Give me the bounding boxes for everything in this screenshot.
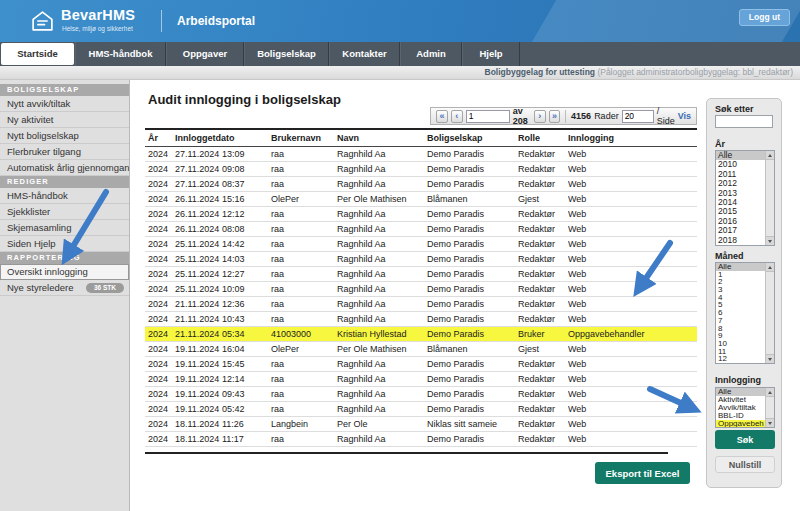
month-option[interactable]: 11: [716, 348, 766, 356]
column-header[interactable]: Innlogging: [568, 130, 697, 146]
table-row: 2024 21.11.2024 05:34 41003000 Kristian …: [145, 327, 697, 342]
sidebar-section-boligselskap: BOLIGSELSKAP: [0, 84, 129, 96]
sidebar-item[interactable]: Oversikt innlogging: [0, 264, 129, 280]
login-type-option[interactable]: BBL-ID: [716, 412, 766, 420]
column-header[interactable]: Brukernavn: [271, 130, 337, 146]
year-option[interactable]: 2011: [716, 170, 766, 179]
audit-table: ÅrInnloggetdatoBrukernavnNavnBoligselska…: [145, 128, 697, 447]
table-row: 2024 27.11.2024 13:09 raa Ragnhild Aa De…: [145, 147, 697, 162]
month-scrollbar[interactable]: [765, 263, 774, 363]
header-divider: [161, 10, 162, 32]
logout-button[interactable]: Logg ut: [739, 9, 790, 26]
year-option[interactable]: 2010: [716, 160, 766, 169]
table-row: 2024 19.11.2024 05:42 raa Ragnhild Aa De…: [145, 402, 697, 417]
month-option[interactable]: 5: [716, 301, 766, 309]
column-header[interactable]: Rolle: [518, 130, 568, 146]
year-option[interactable]: 2014: [716, 198, 766, 207]
month-option[interactable]: 6: [716, 309, 766, 317]
scroll-down-icon[interactable]: [766, 354, 774, 363]
month-option[interactable]: 2: [716, 278, 766, 286]
brand-tagline: Helse, miljø og sikkerhet: [62, 25, 133, 32]
sidebar-item[interactable]: Nytt boligselskap: [0, 128, 129, 144]
nav-tab[interactable]: Startside: [1, 43, 74, 65]
first-page-button[interactable]: «: [436, 110, 448, 123]
login-type-option[interactable]: Avvik/tiltak: [716, 404, 766, 412]
main-nav: StartsideHMS-håndbokOppgaverBoligselskap…: [0, 42, 800, 66]
table-row: 2024 26.11.2024 15:16 OlePer Per Ole Mat…: [145, 192, 697, 207]
bevarhms-portal-page: BevarHMS Helse, miljø og sikkerhet Arbei…: [0, 0, 800, 511]
login-type-option[interactable]: Aktivitet: [716, 396, 766, 404]
scroll-up-icon[interactable]: [766, 263, 774, 272]
month-option[interactable]: 10: [716, 340, 766, 348]
page-number-input[interactable]: [466, 110, 510, 123]
year-option[interactable]: Alle: [716, 151, 766, 160]
month-option[interactable]: 3: [716, 286, 766, 294]
pagination-bar: « ‹ av 208 › » 4156 Rader / Side Vis: [430, 107, 697, 125]
table-row: 2024 26.11.2024 08:08 raa Ragnhild Aa De…: [145, 222, 697, 237]
prev-page-button[interactable]: ‹: [451, 110, 463, 123]
login-type-option[interactable]: Oppgavebeh: [716, 420, 766, 428]
next-page-button[interactable]: ›: [534, 110, 546, 123]
search-label: Søk etter: [715, 104, 754, 114]
show-link[interactable]: Vis: [678, 111, 691, 121]
month-option[interactable]: 9: [716, 332, 766, 340]
month-option[interactable]: 8: [716, 325, 766, 333]
year-listbox[interactable]: Alle201020112012201320142015201620172018: [715, 150, 775, 246]
column-header[interactable]: År: [145, 130, 175, 146]
scroll-up-icon[interactable]: [766, 151, 774, 160]
scroll-down-icon[interactable]: [766, 236, 774, 245]
year-option[interactable]: 2017: [716, 226, 766, 235]
scroll-down-icon[interactable]: [766, 418, 774, 427]
year-scrollbar[interactable]: [765, 151, 774, 245]
column-header[interactable]: Innloggetdato: [175, 130, 271, 146]
nav-tab[interactable]: Hjelp: [462, 42, 520, 66]
year-option[interactable]: 2012: [716, 179, 766, 188]
sidebar-item[interactable]: Sjekklister: [0, 204, 129, 220]
export-to-excel-button[interactable]: Eksport til Excel: [595, 462, 690, 484]
sidebar-item[interactable]: Nye styreledere 36 STK: [0, 280, 129, 296]
login-scrollbar[interactable]: [765, 388, 774, 427]
month-option[interactable]: 12: [716, 355, 766, 363]
month-option[interactable]: 4: [716, 294, 766, 302]
sidebar-item[interactable]: Siden Hjelp: [0, 236, 129, 252]
page-title: Audit innlogging i boligselskap: [148, 92, 341, 107]
last-page-button[interactable]: »: [549, 110, 561, 123]
login-type-option[interactable]: Alle: [716, 388, 766, 396]
sidebar-item[interactable]: HMS-håndbok: [0, 188, 129, 204]
table-row: 2024 21.11.2024 10:43 raa Ragnhild Aa De…: [145, 312, 697, 327]
table-bottom-border: [145, 452, 668, 454]
filter-search-input[interactable]: [715, 115, 773, 128]
sidebar-item[interactable]: Ny aktivitet: [0, 112, 129, 128]
nav-tab[interactable]: HMS-håndbok: [75, 42, 166, 66]
month-option[interactable]: Alle: [716, 263, 766, 271]
nav-tab[interactable]: Boligselskap: [244, 42, 329, 66]
table-row: 2024 25.11.2024 14:03 raa Ragnhild Aa De…: [145, 252, 697, 267]
sidebar-item[interactable]: Flerbruker tilgang: [0, 144, 129, 160]
column-header[interactable]: Boligselskap: [427, 130, 518, 146]
month-option[interactable]: 7: [716, 317, 766, 325]
search-button[interactable]: Søk: [715, 430, 775, 449]
sidebar-item[interactable]: Nytt avvik/tiltak: [0, 96, 129, 112]
login-type-listbox[interactable]: AlleAktivitetAvvik/tiltakBBL-IDOppgavebe…: [715, 387, 775, 428]
brand-name: BevarHMS: [61, 7, 135, 23]
nav-tab[interactable]: Admin: [400, 42, 462, 66]
year-option[interactable]: 2013: [716, 189, 766, 198]
year-option[interactable]: 2015: [716, 207, 766, 216]
table-row: 2024 19.11.2024 12:14 raa Ragnhild Aa De…: [145, 372, 697, 387]
scroll-up-icon[interactable]: [766, 388, 774, 397]
year-option[interactable]: 2016: [716, 217, 766, 226]
rows-per-page-input[interactable]: [622, 110, 654, 123]
login-type-label: Innlogging: [715, 375, 761, 385]
sidebar: BOLIGSELSKAP Nytt avvik/tiltak Ny aktivi…: [0, 80, 130, 511]
month-option[interactable]: 1: [716, 271, 766, 279]
sidebar-item[interactable]: Automatisk årlig gjennomgang: [0, 160, 129, 176]
table-row: 2024 19.11.2024 16:04 OlePer Per Ole Mat…: [145, 342, 697, 357]
column-header[interactable]: Navn: [337, 130, 427, 146]
nav-tab[interactable]: Oppgaver: [166, 42, 244, 66]
reset-button[interactable]: Nullstill: [715, 456, 775, 473]
sidebar-item[interactable]: Skjemasamling: [0, 220, 129, 236]
month-listbox[interactable]: Alle123456789101112: [715, 262, 775, 364]
count-badge: 36 STK: [86, 283, 124, 293]
nav-tab[interactable]: Kontakter: [329, 42, 400, 66]
year-option[interactable]: 2018: [716, 236, 766, 245]
